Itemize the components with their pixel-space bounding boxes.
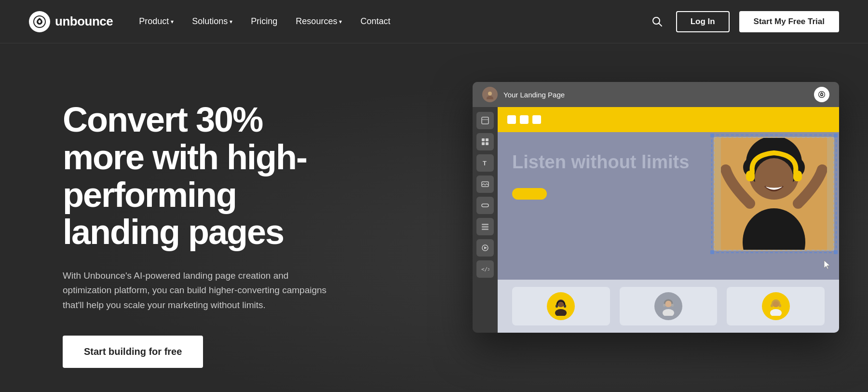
svg-point-33 xyxy=(555,309,567,316)
nav-solutions[interactable]: Solutions ▾ xyxy=(185,13,239,30)
canvas-content: Listen without limits xyxy=(498,132,839,280)
handle-tr[interactable] xyxy=(834,134,838,137)
search-button[interactable] xyxy=(648,13,666,31)
thumb-circle-2 xyxy=(654,292,682,320)
cursor-indicator xyxy=(823,259,832,270)
svg-rect-35 xyxy=(564,305,566,308)
svg-rect-15 xyxy=(482,224,488,225)
tool-image[interactable] xyxy=(476,176,494,193)
tool-button[interactable] xyxy=(476,197,494,214)
svg-rect-42 xyxy=(771,304,773,307)
solutions-chevron-icon: ▾ xyxy=(230,18,232,25)
svg-point-4 xyxy=(487,96,493,99)
hero-editor: Your Landing Page xyxy=(391,82,839,333)
free-trial-button[interactable]: Start My Free Trial xyxy=(739,11,839,32)
canvas-cta-button[interactable] xyxy=(512,188,547,200)
tool-grid[interactable] xyxy=(476,133,494,150)
tool-text[interactable]: T xyxy=(476,154,494,172)
navbar: unbounce Product ▾ Solutions ▾ Pricing R… xyxy=(0,0,868,43)
tool-form[interactable] xyxy=(476,218,494,235)
nav-links: Product ▾ Solutions ▾ Pricing Resources … xyxy=(132,13,397,30)
svg-rect-8 xyxy=(482,138,485,141)
svg-rect-34 xyxy=(556,305,558,308)
svg-rect-38 xyxy=(663,304,665,307)
canvas-text-area: Listen without limits xyxy=(498,132,714,280)
cursor-icon xyxy=(823,259,832,270)
thumbnail-1 xyxy=(512,287,610,325)
svg-rect-9 xyxy=(486,138,488,141)
svg-line-2 xyxy=(659,23,662,26)
svg-rect-10 xyxy=(482,142,485,145)
svg-text:</>: </> xyxy=(481,266,489,272)
editor-topbar-left: Your Landing Page xyxy=(482,87,565,102)
editor-brand-icon xyxy=(814,87,829,102)
svg-rect-39 xyxy=(671,304,674,307)
svg-point-29 xyxy=(755,158,793,199)
thumb-circle-1 xyxy=(547,292,575,320)
editor-window: Your Landing Page xyxy=(473,82,839,333)
search-icon xyxy=(652,16,663,27)
canvas-image-placeholder xyxy=(714,137,834,251)
canvas-header-bar xyxy=(498,107,839,132)
nav-contact[interactable]: Contact xyxy=(353,13,397,30)
editor-avatar xyxy=(482,87,498,102)
navbar-left: unbounce Product ▾ Solutions ▾ Pricing R… xyxy=(29,11,397,32)
tool-section[interactable] xyxy=(476,112,494,129)
svg-rect-16 xyxy=(482,226,488,228)
navbar-right: Log In Start My Free Trial xyxy=(648,11,839,32)
logo[interactable]: unbounce xyxy=(29,11,113,32)
editor-page-title: Your Landing Page xyxy=(503,91,565,99)
svg-text:T: T xyxy=(483,160,487,167)
svg-rect-11 xyxy=(486,142,488,145)
thumbnail-2 xyxy=(620,287,718,325)
svg-rect-31 xyxy=(793,171,802,181)
dot-2 xyxy=(520,115,529,124)
dot-3 xyxy=(532,115,541,124)
nav-pricing[interactable]: Pricing xyxy=(244,13,284,30)
editor-topbar: Your Landing Page xyxy=(473,82,839,107)
hero-headline: Convert 30% more with high-performing la… xyxy=(63,101,352,251)
editor-topbar-right xyxy=(814,87,829,102)
svg-rect-17 xyxy=(482,229,488,230)
tool-code[interactable]: </> xyxy=(476,260,494,278)
svg-rect-14 xyxy=(482,204,488,207)
tool-video[interactable] xyxy=(476,239,494,257)
canvas-dots xyxy=(507,115,541,124)
editor-canvas: Listen without limits xyxy=(498,107,839,333)
canvas-thumbnails xyxy=(498,280,839,333)
svg-rect-30 xyxy=(746,171,755,181)
canvas-image-area xyxy=(714,132,839,280)
resources-chevron-icon: ▾ xyxy=(339,18,342,25)
cta-button[interactable]: Start building for free xyxy=(63,336,203,368)
product-chevron-icon: ▾ xyxy=(171,18,174,25)
logo-icon xyxy=(29,11,50,32)
nav-product[interactable]: Product ▾ xyxy=(132,13,180,30)
thumb-circle-3 xyxy=(762,292,790,320)
svg-marker-19 xyxy=(484,246,487,249)
editor-sidebar: T xyxy=(473,107,498,333)
person-illustration xyxy=(721,137,827,251)
nav-resources[interactable]: Resources ▾ xyxy=(289,13,349,30)
brand-name: unbounce xyxy=(55,14,113,29)
hero-content-left: Convert 30% more with high-performing la… xyxy=(63,82,352,368)
editor-body: T xyxy=(473,107,839,333)
hero-section: Convert 30% more with high-performing la… xyxy=(0,43,868,392)
login-button[interactable]: Log In xyxy=(676,11,730,32)
hero-subtext: With Unbounce's AI-powered landing page … xyxy=(63,269,333,312)
svg-point-41 xyxy=(770,309,782,316)
canvas-main-headline: Listen without limits xyxy=(512,151,699,174)
handle-br[interactable] xyxy=(834,250,838,254)
svg-rect-43 xyxy=(779,304,781,307)
svg-point-3 xyxy=(488,92,492,95)
svg-rect-6 xyxy=(482,117,488,124)
dot-1 xyxy=(507,115,516,124)
svg-point-37 xyxy=(663,309,674,316)
thumbnail-3 xyxy=(727,287,825,325)
